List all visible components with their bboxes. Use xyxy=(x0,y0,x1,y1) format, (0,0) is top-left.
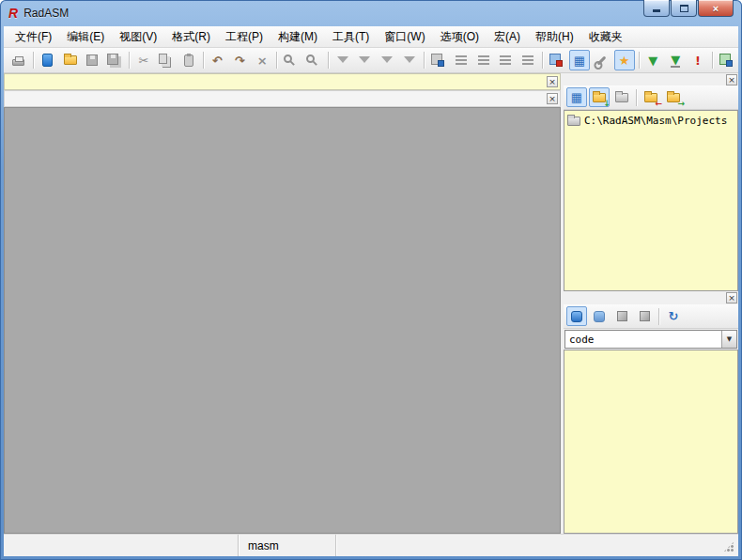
chevron-down-icon: ▼ xyxy=(727,335,732,343)
print-icon xyxy=(12,59,24,66)
minimize-button[interactable] xyxy=(643,0,670,17)
folder-back-button[interactable]: ← xyxy=(641,87,661,107)
toolbar-separator xyxy=(424,52,425,69)
content-area: × × × ▦ ↓ ← xyxy=(4,73,738,534)
undo-button[interactable]: ↶ xyxy=(208,50,228,70)
delete-button[interactable]: × xyxy=(252,50,272,70)
menu-item-file[interactable]: 文件(F) xyxy=(8,26,59,48)
code-list-area[interactable] xyxy=(564,350,738,534)
title-bar[interactable]: R RadASM × xyxy=(0,0,742,26)
menu-item-window[interactable]: 窗口(W) xyxy=(377,26,432,48)
get-update-1-button[interactable]: ▼ xyxy=(642,50,663,70)
copy-special-button[interactable] xyxy=(428,50,449,70)
refresh-icon: ↻ xyxy=(669,310,679,322)
copy-button[interactable] xyxy=(156,50,177,70)
undo-icon: ↶ xyxy=(212,54,223,67)
code-panel-close-button[interactable]: × xyxy=(726,292,737,303)
sync-folder-button[interactable]: ↓ xyxy=(589,87,610,107)
project-panel-grip[interactable]: × xyxy=(564,73,738,86)
templates-icon xyxy=(549,54,561,65)
cut-button[interactable]: ✂ xyxy=(133,50,154,70)
indent-2-button[interactable] xyxy=(473,50,494,70)
save-button[interactable] xyxy=(82,50,102,70)
copy-special-icon xyxy=(431,54,442,65)
refresh-button[interactable]: ↻ xyxy=(663,306,684,326)
files-grid-icon: ▦ xyxy=(571,91,582,103)
filter-4-button[interactable] xyxy=(399,50,420,70)
tree-item-projects[interactable]: C:\RadASM\Masm\Projects xyxy=(564,114,737,128)
paste-button[interactable] xyxy=(178,50,199,70)
blue-square-icon xyxy=(571,311,582,322)
cube-icon xyxy=(617,311,627,321)
project-panel-close-button[interactable]: × xyxy=(726,74,737,86)
exclamation-icon: ! xyxy=(695,54,701,67)
close-button[interactable]: × xyxy=(698,0,734,17)
menu-item-macro[interactable]: 宏(A) xyxy=(487,26,528,48)
project-tree[interactable]: C:\RadASM\Masm\Projects xyxy=(564,110,738,291)
find-button[interactable] xyxy=(281,50,301,70)
project-panel-toolbar: ▦ ↓ ← → xyxy=(564,86,738,110)
favorites-button[interactable]: ★ xyxy=(614,50,635,70)
menu-item-make[interactable]: 构建(M) xyxy=(271,26,325,48)
code-panel-grip[interactable]: × xyxy=(564,291,738,304)
cube-1-button[interactable] xyxy=(611,306,632,326)
menu-item-favorites[interactable]: 收藏夹 xyxy=(581,26,630,48)
add-ins-button[interactable] xyxy=(717,50,737,70)
menu-item-help[interactable]: 帮助(H) xyxy=(528,26,581,48)
minimize-icon xyxy=(653,9,660,12)
filter-2-button[interactable] xyxy=(355,50,376,70)
new-folder-button[interactable] xyxy=(611,87,632,107)
main-toolbar: ✂ ↶ ↷ × ▦ ★ ▼ xyxy=(4,48,738,73)
save-all-button[interactable] xyxy=(104,50,125,70)
open-folder-icon xyxy=(64,55,77,65)
cube-2-button[interactable] xyxy=(634,306,655,326)
menu-item-format[interactable]: 格式(R) xyxy=(164,26,218,48)
get-update-2-button[interactable]: ▼ xyxy=(665,50,686,70)
dock-strip-2-close-button[interactable]: × xyxy=(547,93,558,104)
menu-item-options[interactable]: 选项(O) xyxy=(433,26,487,48)
section-combo[interactable]: code ▼ xyxy=(564,330,737,349)
new-file-button[interactable] xyxy=(38,50,58,70)
folder-forward-button[interactable]: → xyxy=(663,87,684,107)
save-all-icon xyxy=(107,54,118,65)
templates-button[interactable] xyxy=(547,50,567,70)
app-logo-icon: R xyxy=(8,6,18,21)
code-section-button[interactable] xyxy=(566,306,587,326)
status-pane-1 xyxy=(4,535,239,556)
replace-button[interactable] xyxy=(303,50,324,70)
maximize-button[interactable] xyxy=(671,0,697,17)
menu-item-view[interactable]: 视图(V) xyxy=(112,26,164,48)
align-lines-icon xyxy=(500,55,511,65)
toolbar-separator xyxy=(203,52,204,69)
menu-item-edit[interactable]: 编辑(E) xyxy=(59,26,112,48)
indent-4-button[interactable] xyxy=(518,50,538,70)
project-browser-button[interactable]: ▦ xyxy=(569,50,590,70)
indent-1-button[interactable] xyxy=(451,50,471,70)
menu-item-project[interactable]: 工程(P) xyxy=(218,26,271,48)
toolbar-separator xyxy=(328,52,329,69)
open-file-button[interactable] xyxy=(60,50,81,70)
indent-3-button[interactable] xyxy=(496,50,517,70)
cube-icon xyxy=(640,311,650,321)
filter-1-button[interactable] xyxy=(332,50,353,70)
replace-icon xyxy=(306,54,315,63)
filter-icon xyxy=(359,56,370,69)
redo-button[interactable]: ↷ xyxy=(229,50,250,70)
files-view-button[interactable]: ▦ xyxy=(566,87,587,107)
status-assembler-label: masm xyxy=(248,539,279,552)
download-icon: ▼ xyxy=(648,54,657,67)
folder-icon xyxy=(567,117,580,126)
alert-button[interactable]: ! xyxy=(688,50,708,70)
dock-strip-1-close-button[interactable]: × xyxy=(547,76,558,87)
menu-item-tools[interactable]: 工具(T) xyxy=(325,26,377,48)
tools-button[interactable] xyxy=(592,50,612,70)
new-file-icon xyxy=(42,54,53,67)
print-button[interactable] xyxy=(8,50,29,70)
toolbar-separator xyxy=(33,52,34,69)
window-title: RadASM xyxy=(23,7,69,20)
data-section-button[interactable] xyxy=(589,306,610,326)
combo-dropdown-button[interactable]: ▼ xyxy=(721,331,736,348)
arrow-down-icon: ↓ xyxy=(603,99,611,108)
folder-gray-icon xyxy=(615,93,628,102)
filter-3-button[interactable] xyxy=(377,50,397,70)
